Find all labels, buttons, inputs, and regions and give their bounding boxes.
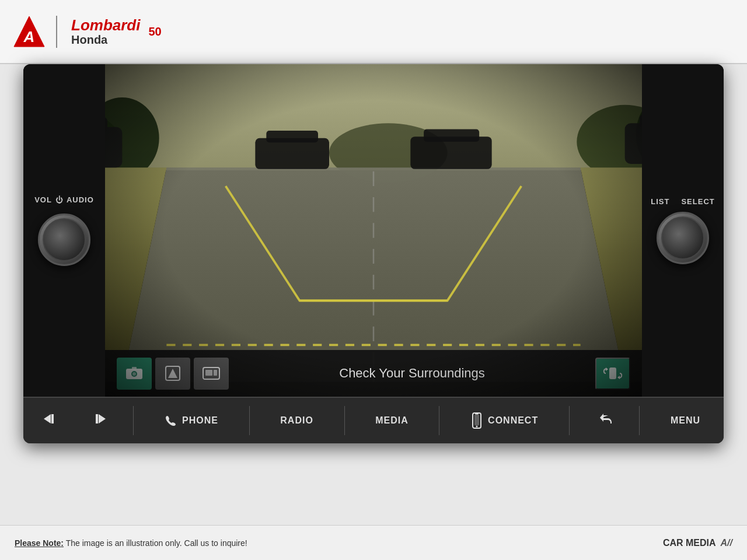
divider-4 — [439, 406, 439, 435]
rear-cam-icon — [124, 363, 145, 384]
radio-label: RADIO — [280, 415, 313, 426]
footer-note: Please Note: The image is an illustratio… — [15, 538, 247, 548]
logo-lombardi: Lombardi — [71, 17, 140, 34]
audio-label: AUDIO — [67, 195, 94, 204]
car-media-brand: CAR MEDIA A// — [663, 538, 732, 548]
skip-back-button[interactable] — [38, 406, 64, 435]
side-cam-icon — [201, 363, 222, 384]
infotainment-unit: VOL ⏻ AUDIO — [23, 64, 724, 443]
screen-layout: VOL ⏻ AUDIO — [23, 64, 724, 397]
divider-5 — [569, 406, 570, 435]
divider-1 — [133, 406, 134, 435]
back-button[interactable] — [592, 406, 617, 435]
left-controls: VOL ⏻ AUDIO — [23, 195, 105, 266]
svg-point-31 — [132, 372, 136, 376]
vol-knob[interactable] — [38, 214, 90, 266]
connect-label: CONNECT — [488, 415, 538, 426]
svg-rect-37 — [609, 368, 616, 379]
vol-audio-labels: VOL ⏻ AUDIO — [34, 195, 94, 204]
svg-marker-39 — [617, 376, 620, 379]
footer-note-text: The image is an illustration only. Call … — [64, 538, 247, 548]
logo-anniversary: 50 — [148, 25, 161, 38]
check-surroundings-label: Check Your Surroundings — [229, 366, 595, 381]
footer-note-prefix: Please Note: — [15, 538, 64, 548]
phone-icon — [165, 414, 177, 427]
divider-6 — [639, 406, 640, 435]
footer: Please Note: The image is an illustratio… — [0, 525, 747, 560]
camera-view — [105, 64, 642, 397]
logo-text-block: Lombardi Honda — [67, 17, 140, 47]
view-btn-side[interactable] — [194, 358, 229, 390]
logo-container: A Lombardi Honda 50 — [12, 14, 162, 49]
divider-2 — [249, 406, 250, 435]
svg-rect-29 — [132, 367, 137, 370]
menu-button[interactable]: MENU — [662, 403, 709, 438]
power-icon: ⏻ — [55, 195, 63, 204]
connect-button[interactable]: CONNECT — [462, 403, 547, 438]
connect-phone-icon — [470, 412, 483, 429]
top-cam-icon — [162, 363, 183, 384]
radio-button[interactable]: RADIO — [271, 403, 322, 438]
center-display: Check Your Surroundings — [105, 64, 642, 397]
vol-label: VOL — [34, 195, 52, 204]
svg-point-46 — [476, 426, 478, 428]
car-media-symbol: A// — [721, 538, 732, 548]
skip-back-icon — [43, 411, 59, 427]
skip-forward-icon — [90, 411, 107, 427]
list-select-labels: LIST SELECT — [651, 197, 714, 206]
svg-marker-38 — [606, 368, 608, 371]
list-label: LIST — [651, 197, 669, 206]
svg-rect-43 — [96, 414, 98, 424]
svg-marker-40 — [44, 414, 51, 424]
svg-rect-36 — [214, 370, 217, 376]
media-button[interactable]: MEDIA — [366, 403, 417, 438]
surround-view-button[interactable] — [595, 358, 630, 390]
logo-honda: Honda — [71, 33, 140, 46]
view-btn-rear[interactable] — [117, 358, 152, 390]
view-buttons-group — [117, 358, 229, 390]
screen-area: VOL ⏻ AUDIO — [23, 64, 724, 397]
view-btn-top[interactable] — [155, 358, 190, 390]
road-scene — [105, 64, 642, 397]
car-media-name: CAR MEDIA — [663, 538, 716, 548]
logo-icon: A — [12, 14, 47, 49]
top-bar: A Lombardi Honda 50 — [0, 0, 747, 64]
svg-rect-45 — [474, 415, 479, 425]
select-label: SELECT — [681, 197, 714, 206]
surround-icon — [601, 362, 624, 385]
menu-label: MENU — [671, 415, 700, 426]
svg-marker-42 — [99, 414, 106, 424]
back-icon — [596, 411, 613, 427]
right-controls: LIST SELECT — [642, 197, 724, 264]
divider-3 — [344, 406, 345, 435]
svg-rect-41 — [51, 414, 54, 424]
svg-text:A: A — [23, 28, 35, 46]
phone-label: PHONE — [182, 415, 218, 426]
camera-controls-bar: Check Your Surroundings — [105, 350, 642, 397]
svg-rect-47 — [475, 414, 479, 415]
button-strip: PHONE RADIO MEDIA CONNECT — [23, 397, 724, 443]
select-knob[interactable] — [657, 212, 709, 264]
media-label: MEDIA — [375, 415, 409, 426]
svg-rect-35 — [205, 370, 212, 376]
phone-button[interactable]: PHONE — [156, 403, 227, 438]
scene-svg — [105, 64, 642, 397]
svg-marker-33 — [168, 369, 177, 378]
skip-forward-button[interactable] — [86, 406, 111, 435]
